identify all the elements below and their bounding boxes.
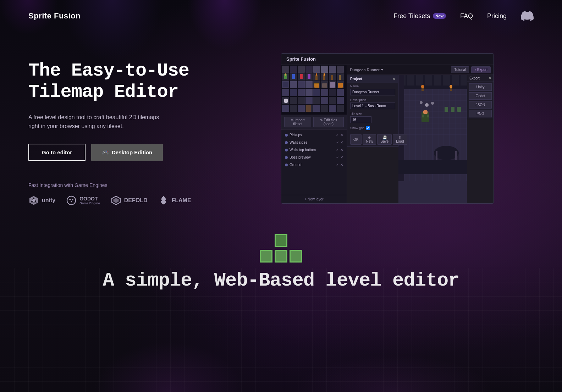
svg-point-148: [434, 146, 459, 160]
svg-rect-75: [398, 75, 467, 203]
show-grid-checkbox[interactable]: [366, 126, 370, 130]
app-left-panel: ⊕ Import tileset ✎ Edit tiles (soon) Pic…: [281, 65, 347, 203]
nav-faq[interactable]: FAQ: [460, 12, 473, 20]
tutorial-button[interactable]: Tutorial: [451, 66, 469, 73]
svg-rect-136: [451, 107, 454, 112]
defold-logo[interactable]: DEFOLD: [111, 195, 148, 206]
project-save-button[interactable]: 💾 Save: [377, 134, 392, 145]
layer-dot: [285, 164, 288, 166]
defold-label: DEFOLD: [124, 197, 148, 204]
unity-label: unity: [42, 197, 55, 204]
svg-rect-131: [427, 115, 429, 117]
svg-rect-59: [284, 99, 288, 103]
export-close-icon[interactable]: ✕: [489, 76, 491, 80]
app-titlebar: Sprite Fusion: [281, 54, 494, 65]
tileset-preview: [281, 65, 347, 115]
svg-rect-62: [313, 97, 320, 104]
svg-rect-44: [322, 83, 327, 88]
export-png-button[interactable]: PNG: [469, 110, 492, 117]
desktop-edition-button[interactable]: 🎮 Desktop Edition: [91, 144, 163, 161]
svg-rect-18: [285, 73, 286, 76]
site-logo[interactable]: Sprite Fusion: [28, 11, 81, 21]
export-panel-header: Export ✕: [467, 75, 494, 82]
svg-rect-152: [398, 160, 467, 174]
layer-boss-preview[interactable]: Boss preview ✓ ✕: [283, 154, 345, 161]
project-name-input[interactable]: [350, 89, 395, 95]
svg-rect-55: [329, 89, 336, 96]
svg-rect-27: [316, 73, 317, 76]
export-button[interactable]: ↑ Export: [471, 66, 491, 73]
svg-rect-49: [282, 89, 289, 96]
godot-logo[interactable]: GODOT Game Engine: [66, 195, 100, 206]
hero-right: Sprite Fusion: [241, 53, 534, 204]
project-desc-input[interactable]: [350, 103, 395, 109]
project-panel: Project ✕ Name Description: [347, 75, 398, 147]
svg-rect-46: [330, 82, 335, 88]
nav-free-tilesets[interactable]: Free Tilesets New: [393, 12, 446, 20]
svg-point-3: [72, 199, 73, 200]
svg-point-133: [431, 102, 434, 105]
svg-rect-52: [305, 89, 313, 96]
export-unity-button[interactable]: Unity: [469, 83, 492, 91]
project-new-button[interactable]: ⊕ New: [363, 134, 376, 145]
layer-dot: [285, 141, 288, 144]
project-ok-button[interactable]: OK: [350, 134, 362, 145]
breadcrumb: Dungeon Runner ▾: [350, 67, 383, 72]
svg-rect-54: [321, 89, 328, 96]
svg-rect-137: [457, 107, 461, 112]
hero-left: The Easy-to-Use Tilemap Editor A free le…: [28, 53, 227, 206]
project-tile-size-input[interactable]: [350, 116, 371, 123]
svg-point-1: [67, 196, 76, 205]
export-panel: Export ✕ Unity Godot JSON PNG: [467, 75, 494, 119]
svg-rect-60: [298, 97, 305, 104]
app-title: Sprite Fusion: [286, 56, 316, 62]
discord-icon[interactable]: [521, 10, 534, 22]
svg-marker-6: [113, 198, 119, 203]
dungeon-map-canvas: [398, 75, 467, 203]
svg-rect-50: [290, 89, 297, 96]
svg-rect-78: [407, 75, 414, 85]
project-close-icon[interactable]: ✕: [392, 77, 395, 81]
unity-logo[interactable]: unity: [28, 195, 55, 206]
export-godot-button[interactable]: Godot: [469, 92, 492, 100]
svg-rect-26: [315, 75, 318, 80]
flame-logo[interactable]: FLAME: [158, 195, 191, 206]
layer-ground[interactable]: Ground ✓ ✕: [283, 161, 345, 169]
new-layer-button[interactable]: + New layer: [281, 195, 347, 203]
svg-rect-63: [321, 97, 328, 104]
bottom-section: A simple, Web-Based level editor: [0, 220, 562, 298]
svg-rect-30: [324, 73, 325, 76]
svg-rect-11: [305, 66, 313, 73]
nav-pricing[interactable]: Pricing: [487, 12, 507, 20]
cta-buttons: Go to editor 🎮 Desktop Edition: [28, 144, 227, 161]
platform-tile-1: [260, 250, 272, 263]
app-center-panel: Dungeon Runner ▾ Tutorial ↑ Export: [347, 65, 494, 203]
dungeon-map-svg: [398, 75, 467, 203]
import-tileset-button[interactable]: ⊕ Import tileset: [284, 117, 311, 127]
integrations-label: Fast Integration with Game Engines: [28, 182, 227, 188]
platform-tile-single: [275, 234, 287, 247]
project-load-button[interactable]: ⬆ Load: [393, 134, 407, 145]
new-badge: New: [433, 13, 446, 19]
edit-tiles-button[interactable]: ✎ Edit tiles (soon): [313, 117, 344, 127]
svg-rect-48: [338, 83, 343, 88]
go-to-editor-button[interactable]: Go to editor: [28, 144, 86, 161]
svg-rect-9: [290, 66, 297, 73]
layer-walls-sides[interactable]: Walls sides ✓ ✕: [283, 139, 345, 146]
layer-pickups[interactable]: Pickups ✓ ✕: [283, 131, 345, 139]
project-panel-header: Project ✕: [347, 75, 398, 83]
svg-rect-37: [290, 81, 297, 88]
main-nav: Free Tilesets New FAQ Pricing: [393, 10, 534, 22]
godot-icon: [66, 195, 77, 206]
platform-tile-2: [275, 250, 287, 263]
svg-rect-42: [314, 83, 319, 84]
app-body: ⊕ Import tileset ✎ Edit tiles (soon) Pic…: [281, 65, 494, 203]
svg-rect-12: [313, 66, 320, 73]
svg-rect-56: [337, 89, 344, 96]
layer-walls-top-bottom[interactable]: Walls top bottom ✓ ✕: [283, 146, 345, 154]
unity-icon: [28, 195, 39, 206]
svg-rect-14: [329, 66, 336, 73]
svg-rect-70: [306, 105, 311, 112]
export-json-button[interactable]: JSON: [469, 101, 492, 109]
svg-rect-79: [416, 75, 423, 85]
